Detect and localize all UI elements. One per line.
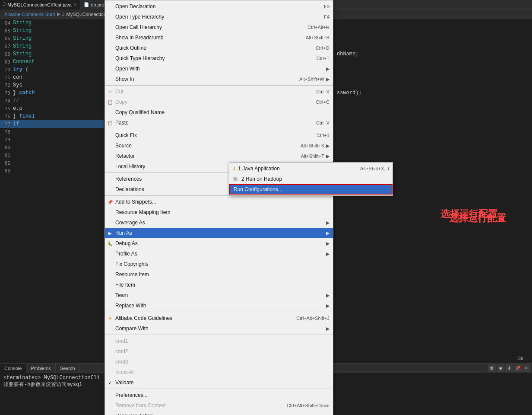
menu-remove-context: Remove from Context Ctrl+Alt+Shift+Down — [105, 400, 333, 411]
validate-icon: ✓ — [107, 379, 114, 386]
code-line-82: 82 — [0, 159, 104, 167]
menu-replace-with[interactable]: Replace With ▶ — [105, 300, 333, 311]
hadoop-icon: 🐘 — [233, 176, 239, 182]
menu-copy[interactable]: 📋 Copy Ctrl+C — [105, 97, 333, 107]
code-line-81: 81 — [0, 151, 104, 159]
status-col: : 36 — [516, 356, 523, 361]
breadcrumb-icon: J — [62, 12, 65, 17]
toolbar-stop[interactable]: ■ — [497, 364, 504, 372]
java-app-icon: J — [233, 166, 235, 171]
menu-add-snippets[interactable]: 📌 Add to Snippets... — [105, 197, 333, 207]
separator-1 — [105, 85, 333, 86]
code-line-72: 72 Sys — [0, 81, 104, 89]
context-menu: Open Declaration F3 Open Type Hierarchy … — [104, 0, 333, 415]
copy-icon: 📋 — [107, 99, 114, 105]
console-text: 须要要有-h参数来设置访问mysql — [3, 382, 82, 388]
tab-icon-mysql: J — [3, 2, 6, 7]
menu-open-with[interactable]: Open With ▶ — [105, 64, 333, 74]
debug-icon: 🐛 — [107, 240, 114, 247]
separator-7 — [105, 389, 333, 389]
submenu-run-hadoop[interactable]: 🐘 2 Run on Hadoop — [229, 174, 393, 184]
submenu-run-configurations[interactable]: Run Configurations... — [229, 184, 393, 195]
menu-compare-with[interactable]: Compare With ▶ — [105, 323, 333, 334]
submenu-run-as: J 1 Java Application Alt+Shift+X, J 🐘 2 … — [229, 162, 393, 196]
menu-file-item[interactable]: File Item — [105, 280, 333, 290]
menu-show-in[interactable]: Show In Alt+Shift+W ▶ — [105, 74, 333, 84]
menu-resource-item[interactable]: Resource Item — [105, 269, 333, 280]
menu-resource-action[interactable]: Resource Action — [105, 411, 333, 415]
paste-icon: 📋 — [107, 119, 114, 126]
bottom-toolbar: 🗑 ■ ⬇ 📌 × — [486, 364, 532, 373]
toolbar-pin[interactable]: 📌 — [514, 364, 522, 372]
code-line-74: 74 // — [0, 97, 104, 105]
annotation-label: 选择运行配置 — [440, 208, 497, 329]
console-prefix: <terminated> MySQLConnectionCli — [3, 375, 100, 381]
tab-icon-dbprops: 📄 — [84, 2, 89, 7]
tab-console[interactable]: Console — [0, 364, 26, 373]
menu-refactor[interactable]: Refactor Alt+Shift+T ▶ — [105, 151, 333, 161]
code-line-76: 76 } final — [0, 112, 104, 120]
tab-close-mysql[interactable]: × — [74, 2, 77, 7]
code-line-65: 65 String — [0, 27, 104, 35]
menu-quick-fix[interactable]: Quick Fix Ctrl+1 — [105, 130, 333, 140]
code-line-78: 78 — [0, 128, 104, 136]
menu-open-type-hierarchy[interactable]: Open Type Hierarchy F4 — [105, 12, 333, 22]
menu-icons-all: Icons All — [105, 367, 333, 377]
toolbar-close[interactable]: × — [522, 364, 530, 372]
menu-fix-copyrights[interactable]: Fix Copyrights — [105, 259, 333, 269]
tab-search[interactable]: Search — [56, 364, 80, 373]
menu-cut[interactable]: ✂ Cut Ctrl+X — [105, 86, 333, 97]
code-line-83: 83 — [0, 167, 104, 175]
code-line-69: 69 Connect — [0, 58, 104, 66]
menu-paste[interactable]: 📋 Paste Ctrl+V — [105, 118, 333, 128]
code-line-66: 66 String — [0, 35, 104, 42]
separator-5 — [105, 312, 333, 312]
code-line-64: 64 String — [0, 19, 104, 27]
menu-cmd3: cmd3 — [105, 357, 333, 367]
code-line-80: 80 — [0, 144, 104, 151]
annotation-chinese: 选择运行配置 — [449, 212, 506, 225]
menu-cmd2: cmd2 — [105, 346, 333, 357]
code-line-71: 71 con — [0, 73, 104, 81]
menu-copy-qualified[interactable]: Copy Qualified Name — [105, 107, 333, 118]
menu-validate[interactable]: ✓ Validate — [105, 377, 333, 388]
menu-source[interactable]: Source Alt+Shift+S ▶ — [105, 140, 333, 151]
run-as-icon: ▶ — [107, 230, 114, 236]
separator-6 — [105, 335, 333, 335]
code-line-67: 67 String — [0, 42, 104, 50]
code-editor-left: 64 String 65 String 66 String 67 String … — [0, 19, 104, 363]
code-line-77: 77 if — [0, 120, 104, 128]
tab-problems[interactable]: Problems — [26, 364, 55, 373]
code-line-68: 68 String — [0, 50, 104, 58]
menu-debug-as[interactable]: 🐛 Debug As ▶ — [105, 238, 333, 249]
alibaba-icon: A — [107, 315, 114, 322]
menu-preferences[interactable]: Preferences... — [105, 390, 333, 400]
menu-quick-type-hierarchy[interactable]: Quick Type Hierarchy Ctrl+T — [105, 53, 333, 64]
right-line-2: ssword); — [337, 89, 532, 97]
menu-run-as[interactable]: ▶ Run As ▶ — [105, 228, 333, 238]
toolbar-scroll[interactable]: ⬇ — [505, 364, 513, 372]
menu-open-call-hierarchy[interactable]: Open Call Hierarchy Ctrl+Alt+H — [105, 22, 333, 32]
menu-open-declaration[interactable]: Open Declaration F3 — [105, 1, 333, 12]
menu-profile-as[interactable]: Profile As ▶ — [105, 249, 333, 259]
separator-2 — [105, 129, 333, 129]
code-line-79: 79 — [0, 136, 104, 144]
right-line-1: dbName; — [337, 50, 532, 58]
menu-alibaba[interactable]: A Alibaba Code Guidelines Ctrl+Alt+Shift… — [105, 313, 333, 323]
snippets-icon: 📌 — [107, 198, 114, 205]
menu-team[interactable]: Team ▶ — [105, 290, 333, 300]
menu-cmd1: cmd1 — [105, 336, 333, 346]
tab-mysql[interactable]: J MySQLConnectionCliTest.java × — [0, 0, 80, 10]
toolbar-clear[interactable]: 🗑 — [488, 364, 496, 372]
menu-coverage-as[interactable]: Coverage As ▶ — [105, 217, 333, 228]
code-line-70: 70 try { — [0, 66, 104, 73]
menu-resource-mapping[interactable]: Resource Mapping Item — [105, 207, 333, 217]
cut-icon: ✂ — [107, 88, 114, 95]
code-line-73: 73 } catch — [0, 89, 104, 97]
breadcrumb-part1[interactable]: Apache-Commons-Start — [4, 12, 55, 17]
menu-quick-outline[interactable]: Quick Outline Ctrl+O — [105, 43, 333, 53]
submenu-java-app[interactable]: J 1 Java Application Alt+Shift+X, J — [229, 163, 393, 174]
code-line-75: 75 e.p — [0, 105, 104, 112]
menu-show-breadcrumb[interactable]: Show in Breadcrumb Alt+Shift+B — [105, 32, 333, 43]
